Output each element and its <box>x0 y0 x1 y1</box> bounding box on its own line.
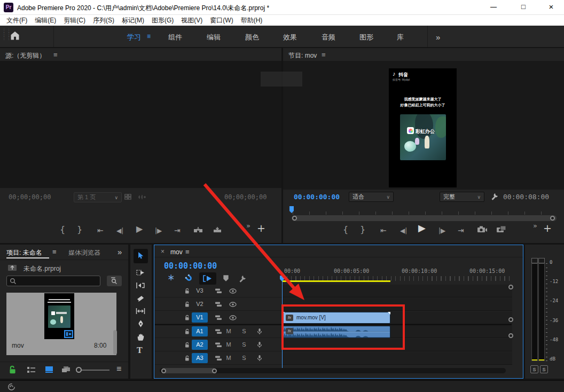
timeline-hscroll-left-handle[interactable] <box>161 369 166 373</box>
timeline-hscroll-right-handle[interactable] <box>212 369 217 373</box>
creative-cloud-sync-icon[interactable] <box>7 383 15 391</box>
solo-button[interactable]: S <box>240 355 248 361</box>
maximize-button[interactable]: □ <box>511 0 536 15</box>
tab-audio[interactable]: 音频 <box>322 33 335 42</box>
source-step-forward-button[interactable]: |▶ <box>155 227 162 234</box>
ripple-edit-tool[interactable] <box>136 282 145 289</box>
tab-graphics[interactable]: 图形 <box>359 33 373 42</box>
selection-tool[interactable] <box>134 249 148 263</box>
source-settings-icon[interactable] <box>138 193 146 200</box>
razor-tool[interactable] <box>136 295 145 302</box>
solo-button[interactable]: S <box>240 328 248 334</box>
sync-lock-icon[interactable] <box>215 328 222 335</box>
add-marker-icon[interactable] <box>223 275 229 282</box>
track-target-v2[interactable]: V2 <box>192 299 208 309</box>
menu-markers[interactable]: 标记(M) <box>122 16 144 25</box>
program-current-timecode[interactable]: 00:00:00:00 <box>294 193 340 201</box>
icon-view-icon[interactable] <box>45 366 53 373</box>
thumbnail-zoom-slider-track[interactable] <box>77 370 109 371</box>
menu-file[interactable]: 文件(F) <box>6 16 27 25</box>
menu-help[interactable]: 帮助(H) <box>241 16 263 25</box>
project-file-breadcrumb[interactable]: 未命名.prproj <box>24 264 61 273</box>
minimize-button[interactable]: — <box>481 0 506 15</box>
pen-tool[interactable] <box>137 320 144 328</box>
project-writable-lock-icon[interactable] <box>9 365 17 374</box>
comparison-view-icon[interactable] <box>496 225 506 233</box>
work-area-bar[interactable] <box>282 280 390 282</box>
program-scrollbar-right-handle[interactable] <box>550 216 555 221</box>
source-page-selector[interactable]: 第 1 页∨ <box>74 192 122 202</box>
source-mark-in-button[interactable]: { <box>60 226 65 233</box>
track-select-forward-tool[interactable] <box>136 269 145 276</box>
program-add-button[interactable]: + <box>543 224 552 232</box>
sync-lock-icon[interactable] <box>215 315 222 321</box>
project-toolbar-menu-icon[interactable]: ≡ <box>116 364 121 374</box>
program-mark-out-button[interactable]: } <box>360 226 365 233</box>
mute-button[interactable]: M <box>225 355 232 361</box>
freeform-view-icon[interactable] <box>61 366 70 373</box>
track-target-a2[interactable]: A2 <box>192 340 208 350</box>
voiceover-mic-icon[interactable] <box>257 341 262 349</box>
tab-color[interactable]: 颜色 <box>245 33 259 42</box>
tab-editing[interactable]: 编辑 <box>207 33 221 42</box>
workspace-overflow-icon[interactable]: » <box>436 33 440 42</box>
voiceover-mic-icon[interactable] <box>257 328 262 335</box>
tab-project[interactable]: 项目: 未命名 <box>6 248 42 257</box>
sync-lock-icon[interactable] <box>215 355 222 362</box>
source-overwrite-icon[interactable] <box>213 226 222 234</box>
source-go-to-in-button[interactable]: ⇤ <box>97 226 104 234</box>
track-target-v1[interactable]: V1 <box>192 312 208 323</box>
track-lane-a3[interactable] <box>282 352 512 365</box>
timeline-settings-wrench-icon[interactable] <box>239 275 247 283</box>
meter-solo-right-button[interactable]: S <box>540 365 548 373</box>
source-step-back-button[interactable]: ◀| <box>116 227 123 234</box>
timeline-tab-close-icon[interactable]: × <box>161 248 164 255</box>
workspace-tab-menu-icon[interactable]: ≡ <box>147 33 151 40</box>
lock-icon[interactable] <box>184 328 190 335</box>
program-mark-in-button[interactable]: { <box>343 226 348 233</box>
timeline-hscroll-segment[interactable] <box>161 368 216 373</box>
track-output-eye-icon[interactable] <box>229 302 237 307</box>
sync-lock-icon[interactable] <box>215 301 222 308</box>
menu-edit[interactable]: 编辑(E) <box>35 16 56 25</box>
timeline-tab-label[interactable]: mov <box>170 248 183 256</box>
export-frame-icon[interactable] <box>477 225 487 233</box>
project-scrollbar-thumb[interactable] <box>113 330 117 355</box>
source-add-button[interactable]: + <box>257 224 265 232</box>
track-lane-v3[interactable] <box>282 285 512 297</box>
lock-icon[interactable] <box>184 355 190 362</box>
program-scrollbar-left-handle[interactable] <box>292 216 297 221</box>
type-tool[interactable]: T <box>137 346 143 355</box>
track-target-v3[interactable]: V3 <box>192 286 208 296</box>
program-button-overflow-icon[interactable]: » <box>533 222 537 230</box>
program-resolution-select[interactable]: 完整∨ <box>440 192 484 202</box>
program-go-to-in-button[interactable]: ⇤ <box>380 226 387 234</box>
thumbnail-zoom-slider-knob[interactable] <box>76 367 82 373</box>
program-zoom-select[interactable]: 适合∨ <box>349 192 394 202</box>
project-tabs-overflow-icon[interactable]: » <box>118 247 122 256</box>
lock-icon[interactable] <box>184 342 190 348</box>
source-play-button[interactable]: ▶ <box>136 225 143 233</box>
tab-libraries[interactable]: 库 <box>397 33 404 42</box>
home-icon[interactable] <box>10 30 20 41</box>
source-current-timecode[interactable]: 00;00;00;00 <box>9 193 51 201</box>
mute-button[interactable]: M <box>225 341 232 348</box>
menu-clip[interactable]: 剪辑(C) <box>64 16 85 25</box>
source-go-to-out-button[interactable]: ⇥ <box>174 226 181 234</box>
timeline-current-timecode[interactable]: 00:00:00:00 <box>164 261 217 271</box>
track-height-handle-a2[interactable] <box>508 333 513 338</box>
track-height-handle-video[interactable] <box>508 285 513 289</box>
program-ruler-ticks[interactable] <box>293 211 555 215</box>
track-output-eye-icon[interactable] <box>229 288 237 294</box>
tab-media-browser[interactable]: 媒体浏览器 <box>68 248 100 257</box>
lock-icon[interactable] <box>184 288 190 294</box>
menu-window[interactable]: 窗口(W) <box>210 16 233 25</box>
search-input[interactable] <box>6 276 100 286</box>
track-output-eye-icon[interactable] <box>229 315 237 320</box>
project-clip-item[interactable]: mov 8:00 <box>6 293 116 355</box>
sync-lock-icon[interactable] <box>215 342 222 348</box>
meter-solo-left-button[interactable]: S <box>530 365 538 373</box>
program-step-forward-button[interactable]: |▶ <box>438 227 445 234</box>
tab-effects[interactable]: 效果 <box>283 33 297 42</box>
track-height-handle-a1[interactable] <box>508 317 513 322</box>
